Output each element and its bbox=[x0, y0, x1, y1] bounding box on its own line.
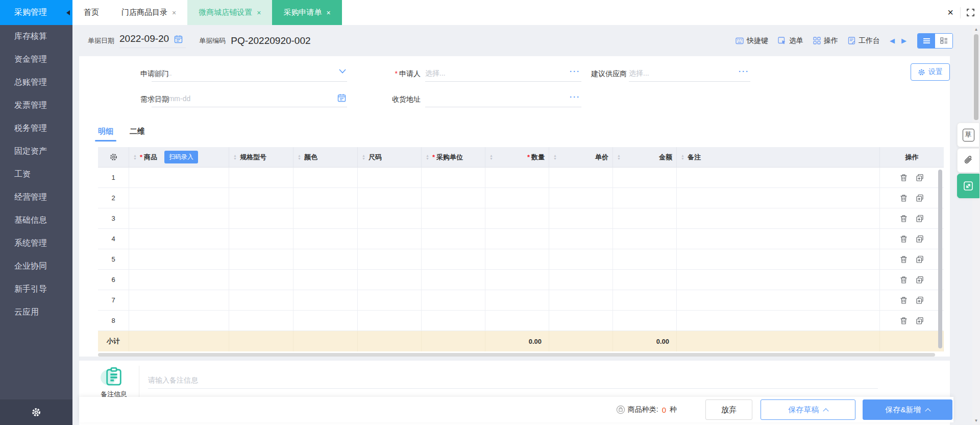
table-vertical-scrollbar[interactable] bbox=[938, 170, 942, 348]
attachment-button[interactable] bbox=[957, 148, 979, 173]
scrollbar-thumb[interactable] bbox=[974, 34, 978, 120]
pick-list-button[interactable]: 选单 bbox=[778, 36, 803, 45]
table-row[interactable]: 2 bbox=[98, 188, 944, 208]
sidebar-item-tax[interactable]: 税务管理 bbox=[0, 117, 72, 140]
cell-unit[interactable] bbox=[422, 249, 485, 269]
cell-amount[interactable] bbox=[613, 249, 677, 269]
cell-qty[interactable] bbox=[485, 188, 549, 208]
cell-product[interactable] bbox=[129, 270, 229, 290]
col-header-product[interactable]: ▲▼ *商品 扫码录入 bbox=[129, 147, 229, 168]
cell-qty[interactable] bbox=[485, 270, 549, 290]
scroll-down-icon[interactable]: ▼ bbox=[972, 418, 980, 423]
table-row[interactable]: 5 bbox=[98, 249, 944, 270]
sidebar-item-cloud-apps[interactable]: 云应用 bbox=[0, 301, 72, 324]
sidebar-item-basic-info[interactable]: 基础信息 bbox=[0, 209, 72, 232]
operations-button[interactable]: 操作 bbox=[813, 36, 838, 45]
cell-remark[interactable] bbox=[677, 188, 880, 208]
card-view-button[interactable] bbox=[935, 34, 952, 48]
sidebar-item-operations[interactable]: 经营管理 bbox=[0, 186, 72, 209]
table-row[interactable]: 1 bbox=[98, 168, 944, 188]
delete-row-icon[interactable] bbox=[900, 194, 908, 202]
table-row[interactable]: 6 bbox=[98, 270, 944, 290]
cell-spec[interactable] bbox=[229, 188, 293, 208]
sidebar-item-inventory[interactable]: 库存核算 bbox=[0, 25, 72, 48]
applicant-field[interactable]: ··· bbox=[425, 64, 581, 82]
cell-size[interactable] bbox=[358, 188, 422, 208]
cell-unit[interactable] bbox=[422, 290, 485, 310]
fullscreen-button[interactable] bbox=[961, 0, 980, 25]
tab-matrix[interactable]: 二维 bbox=[130, 127, 145, 141]
column-settings-button[interactable] bbox=[98, 147, 129, 168]
cell-color[interactable] bbox=[293, 290, 358, 310]
cell-unit[interactable] bbox=[422, 168, 485, 187]
window-close-button[interactable]: × bbox=[941, 0, 960, 25]
sidebar-item-purchase[interactable]: 采购管理 bbox=[0, 0, 72, 25]
cell-color[interactable] bbox=[293, 270, 358, 290]
cell-size[interactable] bbox=[358, 249, 422, 269]
dept-input[interactable] bbox=[152, 64, 347, 81]
workbench-button[interactable]: 工作台 bbox=[848, 36, 880, 45]
col-header-price[interactable]: ▲▼ 单价 bbox=[549, 147, 613, 168]
copy-row-icon[interactable] bbox=[916, 194, 924, 202]
cell-price[interactable] bbox=[549, 188, 613, 208]
cell-remark[interactable] bbox=[677, 290, 880, 310]
cell-unit[interactable] bbox=[422, 270, 485, 290]
supplier-field[interactable]: ··· bbox=[629, 64, 750, 82]
table-row[interactable]: 4 bbox=[98, 229, 944, 249]
cell-qty[interactable] bbox=[485, 311, 549, 330]
cell-spec[interactable] bbox=[229, 270, 293, 290]
cell-price[interactable] bbox=[549, 270, 613, 290]
tab-home[interactable]: 首页 bbox=[72, 0, 110, 25]
cell-size[interactable] bbox=[358, 168, 422, 187]
cell-qty[interactable] bbox=[485, 290, 549, 310]
tab-store-catalog[interactable]: 门店商品目录 × bbox=[110, 0, 187, 25]
close-icon[interactable]: × bbox=[326, 9, 330, 16]
cell-spec[interactable] bbox=[229, 168, 293, 187]
cell-spec[interactable] bbox=[229, 229, 293, 249]
cell-amount[interactable] bbox=[613, 270, 677, 290]
table-horizontal-scrollbar[interactable] bbox=[98, 353, 935, 357]
cell-product[interactable] bbox=[129, 229, 229, 249]
settings-button[interactable]: 设置 bbox=[911, 63, 950, 81]
cell-amount[interactable] bbox=[613, 311, 677, 330]
tab-detail[interactable]: 明细 bbox=[98, 127, 113, 141]
cell-color[interactable] bbox=[293, 208, 358, 228]
cell-size[interactable] bbox=[358, 311, 422, 330]
scroll-up-icon[interactable]: ▲ bbox=[972, 27, 980, 32]
col-header-spec[interactable]: ▲▼ 规格型号 bbox=[229, 147, 293, 168]
copy-row-icon[interactable] bbox=[916, 174, 924, 182]
calendar-icon[interactable] bbox=[337, 93, 346, 102]
shortcut-keys-button[interactable]: 快捷键 bbox=[736, 36, 768, 45]
cell-spec[interactable] bbox=[229, 311, 293, 330]
sidebar-item-payroll[interactable]: 工资 bbox=[0, 163, 72, 186]
scan-entry-button[interactable]: 扫码录入 bbox=[164, 151, 198, 163]
cell-product[interactable] bbox=[129, 311, 229, 330]
supplier-input[interactable] bbox=[629, 64, 750, 81]
cell-remark[interactable] bbox=[677, 229, 880, 249]
remark-field[interactable] bbox=[148, 372, 878, 389]
copy-row-icon[interactable] bbox=[916, 276, 924, 284]
cell-size[interactable] bbox=[358, 229, 422, 249]
sidebar-item-funds[interactable]: 资金管理 bbox=[0, 48, 72, 71]
table-row[interactable]: 8 bbox=[98, 311, 944, 331]
cell-amount[interactable] bbox=[613, 290, 677, 310]
cell-spec[interactable] bbox=[229, 290, 293, 310]
discard-button[interactable]: 放弃 bbox=[705, 399, 752, 420]
cell-price[interactable] bbox=[549, 168, 613, 187]
cell-product[interactable] bbox=[129, 168, 229, 187]
cell-unit[interactable] bbox=[422, 208, 485, 228]
delete-row-icon[interactable] bbox=[900, 215, 908, 223]
col-header-unit[interactable]: ▲▼ *采购单位 bbox=[422, 147, 485, 168]
copy-row-icon[interactable] bbox=[916, 255, 924, 264]
address-input[interactable] bbox=[425, 90, 581, 107]
list-view-button[interactable] bbox=[918, 34, 935, 48]
expand-panel-button[interactable] bbox=[957, 174, 979, 198]
cell-color[interactable] bbox=[293, 249, 358, 269]
copy-row-icon[interactable] bbox=[916, 317, 924, 325]
calendar-icon[interactable] bbox=[174, 35, 183, 43]
delete-row-icon[interactable] bbox=[900, 317, 908, 325]
delete-row-icon[interactable] bbox=[900, 255, 908, 264]
more-options-icon[interactable]: ··· bbox=[570, 92, 580, 101]
cell-color[interactable] bbox=[293, 168, 358, 187]
table-row[interactable]: 7 bbox=[98, 290, 944, 311]
